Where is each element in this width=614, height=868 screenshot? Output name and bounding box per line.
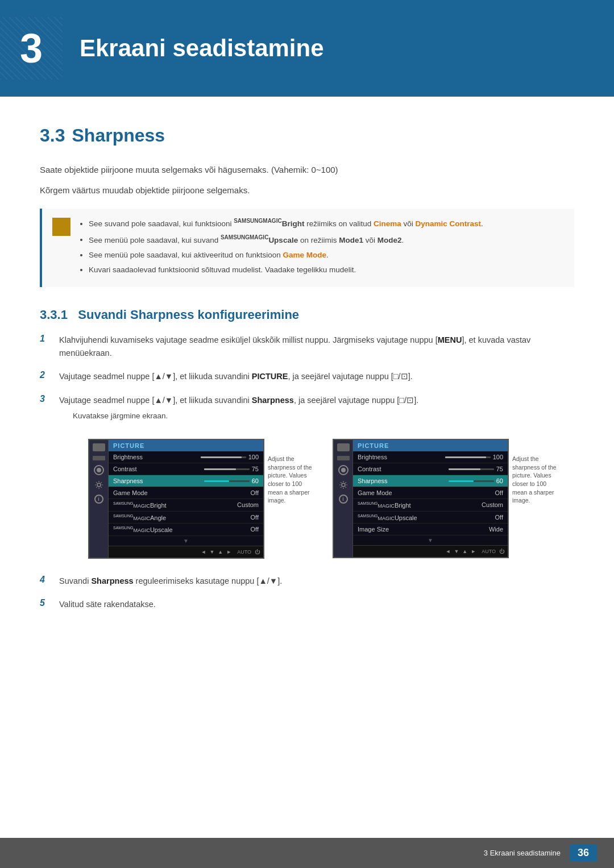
nav-down-2: ▼ (454, 549, 459, 554)
step-text-4: Suvandi Sharpness reguleerimiseks kasuta… (59, 575, 282, 588)
subsection-title: 3.3.1 Suvandi Sharpness konfigureerimine (40, 308, 574, 322)
screen-1-wrapper: i PICTURE Brightness 100 (88, 439, 316, 559)
nav-down-1: ▼ (209, 549, 214, 555)
menu-contrast-1: Contrast 75 (109, 463, 263, 475)
nav-power-2: ⏻ (499, 549, 504, 554)
dynamic-contrast-label: Dynamic Contrast (415, 219, 481, 228)
page-header: 3 Ekraani seadistamine (0, 0, 614, 97)
menu-magicbright-1: SAMSUNGMAGICBright Custom (109, 499, 263, 512)
section-title-text: Sharpness (72, 125, 165, 146)
monitor-screen-2: i PICTURE Brightness 100 (333, 439, 509, 558)
note-item-2: See menüü pole saadaval, kui suvand SAMS… (89, 233, 564, 246)
note-item-3: See menüü pole saadaval, kui aktiveeritu… (89, 250, 564, 261)
nav-right-2: ► (471, 549, 476, 554)
note-icon (52, 218, 70, 236)
step-num-4: 4 (40, 575, 50, 585)
sidebar-2: i (334, 440, 353, 557)
cinema-label: Cinema (374, 219, 401, 228)
menu-sharpness-1: Sharpness 60 (109, 475, 263, 487)
nav-auto-1: AUTO (237, 549, 251, 555)
brand-samsung-2: SAMSUNG (221, 234, 250, 240)
sidebar-icon-3 (94, 465, 104, 475)
nav-up-2: ▲ (462, 549, 467, 554)
sidebar-icon-gear (94, 480, 104, 490)
step-3-subnote: Kuvatakse järgmine ekraan. (73, 410, 418, 422)
sidebar-1: i (89, 440, 109, 558)
nav-left-2: ◄ (445, 549, 450, 554)
brand-magic-2: MAGIC (250, 234, 268, 240)
steps-list-2: 4 Suvandi Sharpness reguleerimiseks kasu… (40, 575, 574, 611)
chapter-number-box: 3 (0, 17, 63, 80)
nav-right-1: ► (226, 549, 231, 555)
scroll-indicator-2: ▼ (353, 535, 508, 545)
step-num-5: 5 (40, 598, 50, 608)
menu-gamemode-2: Game Mode Off (353, 487, 508, 499)
step-num-2: 2 (40, 370, 50, 380)
footer-page-number: 36 (570, 845, 597, 861)
step-1: 1 Klahvijuhendi kuvamiseks vajutage sead… (40, 334, 574, 360)
menu-brightness-2: Brightness 100 (353, 451, 508, 463)
brand-samsung-1: SAMSUNG (234, 218, 263, 224)
menu-nav-1: ◄ ▼ ▲ ► AUTO ⏻ (109, 546, 263, 558)
menu-header-1: PICTURE (109, 440, 263, 451)
step-2: 2 Vajutage seadmel nuppe [▲/▼], et liiku… (40, 370, 574, 383)
sidebar-icon-2b (337, 456, 350, 460)
section-number: 3.3 (40, 125, 65, 146)
mode2-label: Mode2 (377, 235, 402, 244)
step-text-1: Klahvijuhendi kuvamiseks vajutage seadme… (59, 334, 574, 360)
menu-magicangle-1: SAMSUNGMAGICAngle Off (109, 512, 263, 524)
svg-point-0 (97, 483, 101, 487)
nav-auto-2: AUTO (482, 549, 496, 554)
menu-magicbright-2: SAMSUNGMAGICBright Custom (353, 499, 508, 512)
main-content: 3.3 Sharpness Saate objektide piirjoone … (0, 125, 614, 611)
subsection-number: 3.3.1 (40, 308, 68, 322)
menu-magicupscale-1: SAMSUNGMAGICUpscale Off (109, 524, 263, 536)
bright-label: Bright (282, 219, 305, 228)
monitor-main-2: PICTURE Brightness 100 Contrast (353, 440, 508, 557)
upscale-label: Upscale (268, 235, 298, 244)
monitor-screen-1: i PICTURE Brightness 100 (88, 439, 264, 559)
nav-left-1: ◄ (201, 549, 206, 555)
sidebar-icon-2c (338, 465, 349, 475)
note-content: See suvand pole saadaval, kui funktsioon… (78, 217, 564, 279)
step-text-3: Vajutage seadmel nuppe [▲/▼], et liikuda… (59, 396, 418, 405)
menu-nav-2: ◄ ▼ ▲ ► AUTO ⏻ (353, 545, 508, 557)
sidebar-icon-info-2: i (339, 495, 348, 504)
menu-contrast-2: Contrast 75 (353, 463, 508, 475)
subsection-title-text: Suvandi Sharpness konfigureerimine (78, 308, 299, 322)
sidebar-icon-2a (337, 443, 350, 451)
scroll-indicator-1: ▼ (109, 536, 263, 546)
note-item-1: See suvand pole saadaval, kui funktsioon… (89, 217, 564, 230)
nav-power-1: ⏻ (255, 549, 260, 555)
menu-header-2: PICTURE (353, 440, 508, 451)
gamemode-label: Game Mode (283, 251, 326, 259)
svg-point-1 (342, 483, 345, 487)
menu-brightness-1: Brightness 100 (109, 451, 263, 463)
intro-text-1: Saate objektide piirjoone muuta selgemak… (40, 163, 574, 177)
sidebar-icon-1 (93, 443, 105, 451)
steps-list: 1 Klahvijuhendi kuvamiseks vajutage sead… (40, 334, 574, 425)
footer-chapter-label: 3 Ekraani seadistamine (484, 849, 561, 857)
section-title: 3.3 Sharpness (40, 125, 574, 146)
brand-magic-1: MAGIC (263, 218, 281, 224)
note-box: See suvand pole saadaval, kui funktsioon… (40, 209, 574, 287)
screen-2-note: Adjust the sharpness of the picture. Val… (509, 439, 560, 508)
step-text-2: Vajutage seadmel nuppe [▲/▼], et liikuda… (59, 370, 413, 383)
page-footer: 3 Ekraani seadistamine 36 (0, 838, 614, 868)
menu-gamemode-1: Game Mode Off (109, 487, 263, 499)
note-item-4: Kuvari saadaolevad funktsioonid sõltuvad… (89, 264, 564, 276)
step-text-5: Valitud säte rakendatakse. (59, 598, 156, 611)
screen-1-note: Adjust the sharpness of the picture. Val… (264, 439, 316, 508)
sidebar-icon-info: i (94, 495, 103, 504)
step-num-3: 3 (40, 394, 50, 404)
monitor-main-1: PICTURE Brightness 100 Contrast (109, 440, 263, 558)
chapter-num: 3 (20, 28, 43, 69)
screen-2-wrapper: i PICTURE Brightness 100 (333, 439, 560, 559)
menu-sharpness-2: Sharpness 60 (353, 475, 508, 487)
nav-up-1: ▲ (218, 549, 223, 555)
step-num-1: 1 (40, 334, 50, 344)
menu-magicupscale-2: SAMSUNGMAGICUpscale Off (353, 512, 508, 524)
mode1-label: Mode1 (339, 235, 363, 244)
chapter-title: Ekraani seadistamine (80, 35, 324, 62)
menu-imagesize-2: Image Size Wide (353, 524, 508, 535)
